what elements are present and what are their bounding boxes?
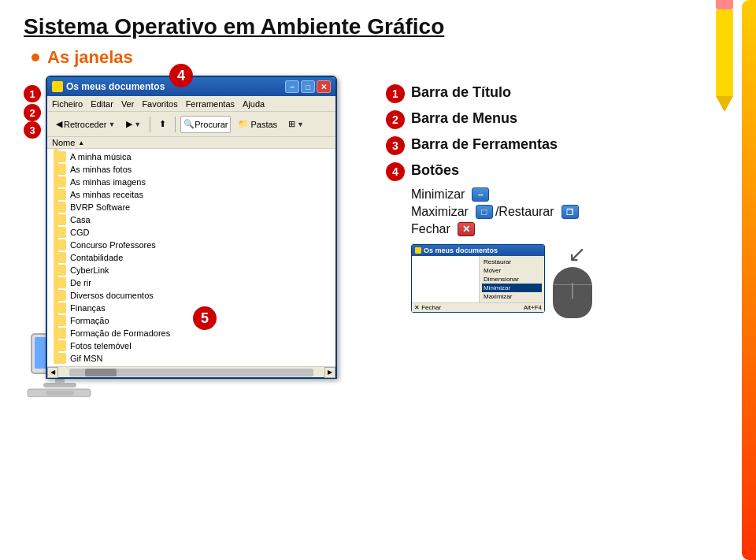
list-item[interactable]: Casa	[47, 213, 335, 226]
toolbar-search-label: Procurar	[195, 120, 228, 129]
menu-ficheiro[interactable]: Ficheiro	[52, 99, 83, 109]
close-row: Fechar ✕	[411, 222, 732, 236]
scrollbar-thumb[interactable]	[85, 369, 117, 376]
win-title-text: Os meus documentos	[66, 81, 165, 92]
sort-icon: ▲	[78, 139, 84, 146]
back-icon: ◀	[56, 119, 62, 129]
main-content: 1 2 3 4 Os meus documentos – □ ✕ Ficheir…	[0, 76, 756, 318]
file-name: Finanças	[70, 303, 106, 313]
list-item[interactable]: Concurso Professores	[47, 239, 335, 251]
close-icon-btn: ✕	[458, 222, 475, 236]
list-item[interactable]: A minha música	[47, 150, 335, 163]
menu-favoritos[interactable]: Favoritos	[142, 99, 177, 109]
file-name: BVRP Software	[70, 202, 130, 212]
folder-icon	[54, 290, 66, 301]
folder-icon	[54, 176, 66, 187]
info-badge-2: 2	[386, 110, 405, 129]
menu-ver[interactable]: Ver	[121, 99, 135, 109]
bullet-section: As janelas	[0, 47, 756, 68]
mini-menu-mover[interactable]: Mover	[482, 266, 542, 275]
horizontal-scrollbar[interactable]: ◀ ▶	[47, 366, 335, 377]
pencil-eraser	[716, 0, 733, 9]
badge-3: 3	[24, 121, 41, 139]
toolbar-folders-label: Pastas	[250, 120, 277, 129]
list-item[interactable]: CGD	[47, 226, 335, 239]
badge-1: 1	[24, 85, 41, 102]
list-item[interactable]: Formação	[47, 314, 335, 327]
win-btn-maximize[interactable]: □	[301, 80, 315, 93]
mini-titlebar: Os meus documentos	[412, 245, 544, 256]
list-item[interactable]: BVRP Software	[47, 201, 335, 213]
svg-rect-3	[43, 383, 76, 388]
list-item[interactable]: Finanças	[47, 302, 335, 314]
win-btn-minimize[interactable]: –	[285, 80, 299, 93]
folder-icon	[54, 328, 66, 339]
win-colheader: Nome ▲	[47, 137, 335, 149]
bullet-label: As janelas	[47, 47, 133, 68]
maximize-icon-btn: □	[476, 205, 493, 219]
fwd-arrow: ▼	[134, 121, 141, 128]
file-name: Gif MSN	[70, 354, 103, 363]
info-barra-ferramentas: 3 Barra de Ferramentas	[386, 135, 732, 155]
mini-window: Os meus documentos Restaurar Mover Dimen…	[411, 244, 545, 313]
file-name: Fotos telemóvel	[70, 341, 132, 350]
info-barra-titulo: 1 Barra de Título	[386, 83, 732, 103]
toolbar-search-box: 🔍 Procurar	[180, 116, 231, 133]
list-item[interactable]: Fotos telemóvel	[47, 339, 335, 352]
pencil-body	[716, 9, 733, 96]
list-item[interactable]: Gif MSN	[47, 352, 335, 365]
restaurar-label: /Restaurar	[495, 205, 554, 219]
win-btn-close[interactable]: ✕	[317, 80, 331, 93]
minimize-row: Minimizar –	[411, 187, 732, 202]
toolbar-sep2	[175, 117, 176, 132]
list-item[interactable]: Contabilidade	[47, 251, 335, 264]
view-icon: ⊞	[288, 119, 295, 129]
mini-title-icon	[415, 247, 421, 254]
forward-icon: ▶	[126, 119, 132, 129]
buttons-section: Minimizar – Maximizar □ /Restaurar ❐ Fec…	[411, 187, 732, 236]
maximize-row: Maximizar □ /Restaurar ❐	[411, 205, 732, 219]
win-title-icon	[52, 81, 63, 92]
folder-icon	[54, 164, 66, 175]
menu-editar[interactable]: Editar	[91, 99, 113, 109]
list-item[interactable]: As minhas imagens	[47, 176, 335, 188]
win-btns: – □ ✕	[285, 80, 331, 93]
mini-menu-minimizar[interactable]: Minimizar	[482, 284, 542, 292]
list-item[interactable]: As minhas receitas	[47, 188, 335, 201]
menu-ajuda[interactable]: Ajuda	[243, 99, 265, 109]
mini-right: Restaurar Mover Dimensionar Minimizar Ma…	[479, 256, 544, 302]
folder-icon	[54, 151, 66, 162]
scrollbar-track[interactable]	[69, 369, 313, 376]
scroll-left-btn[interactable]: ◀	[47, 367, 58, 378]
svg-rect-5	[46, 391, 74, 395]
toolbar-forward-btn[interactable]: ▶ ▼	[122, 117, 145, 132]
file-name: As minhas imagens	[70, 177, 146, 187]
mini-title-text: Os meus documentos	[424, 247, 498, 254]
mini-menu-dimensionar[interactable]: Dimensionar	[482, 275, 542, 284]
file-name: De rir	[70, 278, 91, 287]
mini-menu-maximizar[interactable]: Maximizar	[482, 292, 542, 301]
list-item[interactable]: De rir	[47, 276, 335, 289]
list-item[interactable]: Diversos documentos	[47, 289, 335, 302]
arrow-down-icon: ↙	[568, 241, 586, 267]
mini-menu-restaurar[interactable]: Restaurar	[482, 258, 542, 266]
toolbar-up-btn[interactable]: ⬆	[155, 117, 170, 132]
list-item[interactable]: Formação de Formadores	[47, 327, 335, 339]
pencil-tip	[716, 96, 733, 112]
info-barra-menus: 2 Barra de Menus	[386, 109, 732, 129]
file-name: CGD	[70, 228, 89, 237]
botoes-label: Botões	[411, 161, 459, 180]
list-item[interactable]: As minhas fotos	[47, 163, 335, 176]
info-badge-1: 1	[386, 84, 405, 103]
scroll-right-btn[interactable]: ▶	[324, 367, 335, 378]
file-name: A minha música	[70, 152, 132, 161]
toolbar-folders-btn[interactable]: 📁 Pastas	[234, 117, 281, 132]
file-name: Concurso Professores	[70, 240, 156, 250]
menu-ferramentas[interactable]: Ferramentas	[186, 99, 235, 109]
toolbar-view-btn[interactable]: ⊞ ▼	[284, 117, 308, 132]
list-item[interactable]: CyberLink	[47, 264, 335, 276]
toolbar-back-btn[interactable]: ◀ Retroceder ▼	[52, 117, 119, 132]
folder-icon	[54, 340, 66, 351]
file-name: As minhas receitas	[70, 190, 143, 199]
mini-area: Os meus documentos Restaurar Mover Dimen…	[386, 241, 732, 318]
